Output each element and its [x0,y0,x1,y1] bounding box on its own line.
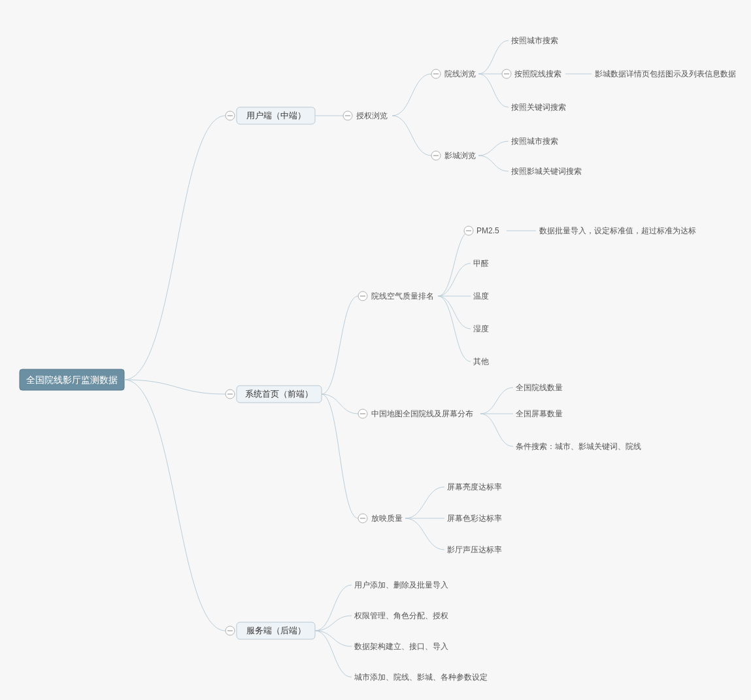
toggle-icon[interactable] [431,151,441,160]
leaf[interactable]: 数据架构建立、接口、导入 [354,642,448,651]
leaf[interactable]: 按照城市搜索 [511,137,558,146]
root-node[interactable]: 全国院线影厅监测数据 [20,369,124,390]
link [478,141,509,156]
toggle-icon[interactable] [358,409,367,418]
toggle-icon[interactable] [343,111,352,120]
link [480,414,513,446]
leaf[interactable]: 全国屏幕数量 [516,409,563,418]
leaf[interactable]: 影城数据详情页包括图示及列表信息数据 [595,69,736,78]
branch-server-backend[interactable]: 服务端（后端） [237,622,315,639]
leaf[interactable]: PM2.5 [476,226,499,235]
leaf[interactable]: 屏幕亮度达标率 [447,482,502,492]
link [438,296,471,361]
mindmap-canvas: 全国院线影厅监测数据 用户端（中端） 授权浏览 院线浏览 影城浏览 按照城市搜索… [0,0,751,700]
leaf[interactable]: 按照影城关键词搜索 [511,167,582,176]
leaf[interactable]: 用户添加、删除及批量导入 [354,580,448,590]
leaf[interactable]: 按照城市搜索 [511,36,558,45]
toggle-icon[interactable] [502,69,511,78]
leaf[interactable]: 数据批量导入，设定标准值，超过标准为达标 [539,226,696,235]
node-projection-quality[interactable]: 放映质量 [371,514,403,523]
link [124,380,225,394]
link [322,296,358,394]
link [315,585,352,631]
link [315,631,352,677]
link [392,116,431,156]
node-china-map[interactable]: 中国地图全国院线及屏幕分布 [371,409,473,418]
link [315,631,352,646]
leaf[interactable]: 甲醛 [473,259,489,268]
branch-label: 系统首页（前端） [245,389,313,399]
node-cinema-chain-browse[interactable]: 院线浏览 [444,69,476,78]
link [124,116,225,380]
link [438,231,471,296]
node-air-quality[interactable]: 院线空气质量排名 [371,292,434,301]
node-auth-browse[interactable]: 授权浏览 [356,111,388,120]
leaf[interactable]: 温度 [473,292,489,301]
link [480,388,513,414]
link [478,156,509,171]
toggle-icon[interactable] [225,111,235,120]
leaf[interactable]: 权限管理、角色分配、授权 [354,611,448,620]
link [405,487,444,518]
leaf[interactable]: 影厅声压达标率 [447,545,502,554]
leaf[interactable]: 屏幕色彩达标率 [447,514,502,523]
toggle-icon[interactable] [358,292,367,301]
link [315,616,352,631]
toggle-icon[interactable] [464,226,473,235]
toggle-icon[interactable] [358,514,367,523]
link [478,41,509,74]
leaf[interactable]: 按照关键词搜索 [511,103,566,112]
branch-label: 服务端（后端） [246,625,306,635]
link [392,74,431,116]
leaf[interactable]: 其他 [473,357,489,366]
toggle-icon[interactable] [225,390,235,399]
link [322,394,358,414]
link [438,263,471,296]
leaf[interactable]: 湿度 [473,324,489,333]
link [478,74,509,107]
branch-system-home[interactable]: 系统首页（前端） [237,386,322,403]
leaf[interactable]: 条件搜索：城市、影城关键词、院线 [516,442,641,451]
toggle-icon[interactable] [225,626,235,635]
link [405,518,444,550]
leaf[interactable]: 按照院线搜索 [514,69,561,78]
link [124,380,225,631]
leaf[interactable]: 全国院线数量 [516,383,563,392]
node-theater-browse[interactable]: 影城浏览 [444,151,476,160]
leaf[interactable]: 城市添加、院线、影城、各种参数设定 [354,673,488,682]
branch-user-client[interactable]: 用户端（中端） [237,107,315,124]
toggle-icon[interactable] [431,69,441,78]
root-label: 全国院线影厅监测数据 [26,375,118,385]
link [438,296,471,329]
branch-label: 用户端（中端） [246,110,306,120]
